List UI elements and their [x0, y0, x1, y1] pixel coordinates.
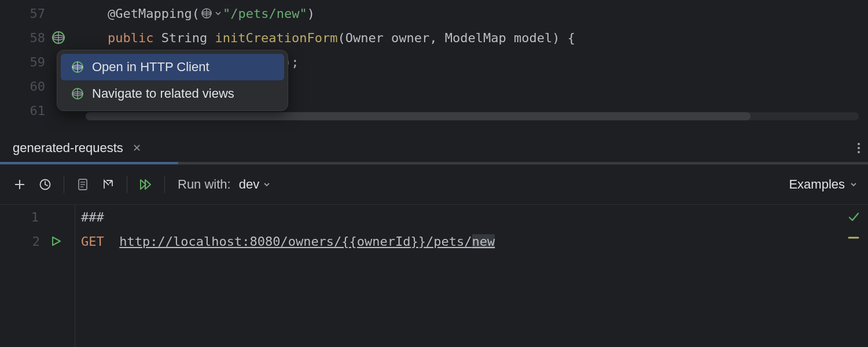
tab-overflow-menu-icon[interactable]	[853, 138, 865, 158]
keyword-public: public	[108, 31, 153, 45]
http-method: GET	[81, 234, 104, 249]
editor-tab-bar: generated-requests ✕	[0, 133, 868, 162]
menu-item-navigate-views[interactable]: Navigate to related views	[61, 80, 284, 107]
param-type: Owner	[345, 31, 384, 45]
globe-icon	[71, 87, 84, 100]
endpoint-gutter-icon[interactable]	[51, 30, 66, 45]
http-line[interactable]: GET http://localhost:8080/owners/{{owner…	[75, 229, 868, 253]
chevron-down-icon	[849, 180, 858, 189]
java-editor-pane: 57 58 59 60 61 @	[0, 0, 868, 133]
comma: ,	[429, 31, 445, 45]
gutter-row: 2	[0, 229, 75, 253]
param-type: ModelMap	[445, 31, 506, 45]
line-number: 61	[22, 104, 45, 118]
toolbar-separator	[64, 176, 64, 193]
inspection-warning-icon[interactable]	[847, 235, 860, 241]
return-type: String	[161, 31, 207, 45]
http-url[interactable]: http://localhost:8080/owners/{{ownerId}}…	[119, 234, 495, 249]
http-line[interactable]: ###	[75, 205, 868, 229]
line-number: 1	[16, 210, 39, 224]
gutter-row: 58	[0, 25, 75, 50]
http-gutter: 1 2	[0, 205, 75, 347]
annotation-at: @	[108, 6, 115, 21]
tab-generated-requests[interactable]: generated-requests ✕	[7, 137, 147, 159]
chevron-down-icon[interactable]	[215, 10, 222, 17]
tab-label: generated-requests	[13, 141, 123, 156]
menu-item-open-http-client[interactable]: Open in HTTP Client	[61, 54, 284, 80]
run-with-value[interactable]: dev	[239, 177, 271, 192]
chevron-down-icon	[263, 180, 271, 189]
horizontal-scrollbar[interactable]	[86, 112, 859, 120]
url-caret-segment: new	[472, 234, 495, 249]
menu-item-label: Navigate to related views	[92, 86, 234, 101]
mapping-path-string: "/pets/new"	[223, 6, 307, 21]
line-number: 58	[22, 31, 45, 45]
paren-close: )	[307, 6, 315, 21]
url-prefix: http://localhost:8080/owners/{{ownerId}}…	[119, 234, 472, 249]
param-name: owner	[384, 31, 429, 45]
gutter-popup-menu: Open in HTTP Client Navigate to related …	[57, 50, 288, 111]
menu-item-label: Open in HTTP Client	[92, 60, 209, 75]
history-button[interactable]	[32, 172, 58, 197]
annotation-name: GetMapping	[115, 6, 192, 21]
param-name: model	[506, 31, 552, 45]
code-line[interactable]: public String initCreationForm(Owner own…	[75, 25, 868, 50]
examples-dropdown[interactable]: Examples	[789, 177, 858, 192]
gutter-spacer	[51, 6, 66, 21]
gutter-row: 57	[0, 1, 75, 25]
scratch-file-button[interactable]	[70, 172, 95, 197]
close-icon[interactable]: ✕	[133, 142, 141, 154]
line-number: 60	[22, 79, 45, 94]
examples-label: Examples	[789, 177, 845, 192]
line-number: 2	[17, 234, 40, 249]
gutter-row: 1	[0, 205, 75, 229]
run-with-label: Run with:	[178, 177, 231, 192]
toolbar-separator	[164, 176, 165, 193]
method-name: initCreationForm	[215, 31, 337, 45]
run-all-button[interactable]	[133, 172, 159, 197]
code-line[interactable]: @GetMapping("/pets/new")	[75, 1, 868, 25]
globe-icon	[71, 61, 84, 73]
http-code-area[interactable]: ### GET http://localhost:8080/owners/{{o…	[75, 205, 868, 347]
line-number: 57	[22, 6, 45, 21]
tab-indicator-active	[0, 162, 178, 164]
import-button[interactable]	[95, 172, 121, 197]
sig-close: ) {	[552, 31, 575, 45]
sig-open: (	[337, 31, 345, 45]
run-env-name: dev	[239, 177, 259, 192]
run-gutter-icon[interactable]	[50, 235, 62, 247]
http-editor-pane: 1 2 ### GET http://localhost:8080/owners…	[0, 205, 868, 347]
run-with-selector[interactable]: Run with: dev	[178, 177, 271, 192]
inspection-ok-icon[interactable]	[847, 211, 860, 223]
request-separator: ###	[81, 210, 104, 224]
toolbar-separator	[127, 176, 127, 193]
scrollbar-thumb[interactable]	[86, 112, 751, 120]
line-number: 59	[22, 55, 45, 69]
http-client-toolbar: Run with: dev Examples	[0, 164, 868, 205]
url-globe-icon[interactable]	[201, 8, 212, 19]
paren-open: (	[192, 6, 200, 21]
add-request-button[interactable]	[7, 172, 32, 197]
tab-indicator	[0, 162, 868, 164]
